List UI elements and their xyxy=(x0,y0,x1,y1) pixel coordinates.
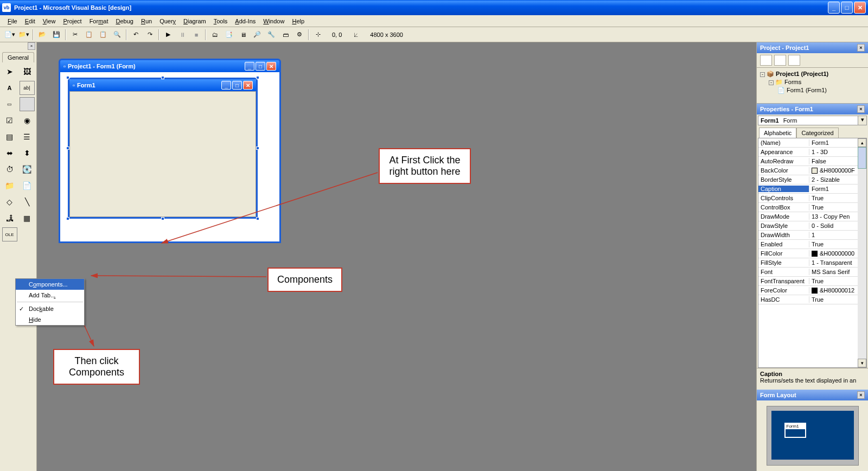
menu-diagram[interactable]: Diagram xyxy=(180,17,209,26)
start-button[interactable]: ▶ xyxy=(162,28,175,41)
toggle-folders-button[interactable] xyxy=(788,55,800,66)
frame-tool[interactable]: ▭ xyxy=(2,97,17,111)
timer-tool[interactable]: ⏱ xyxy=(2,162,17,176)
textbox-tool[interactable]: ab| xyxy=(20,81,35,95)
form1-design-surface[interactable]: ▫ Form1 _ □ ✕ xyxy=(68,78,258,219)
menu-tools[interactable]: Tools xyxy=(210,17,231,26)
project-root-node[interactable]: Project1 (Project1) xyxy=(776,71,828,77)
checkbox-tool[interactable]: ☑ xyxy=(2,113,17,128)
menu-debug[interactable]: Debug xyxy=(112,17,136,26)
component-manager-button[interactable]: ⚙ xyxy=(293,28,306,41)
prop-row-forecolor[interactable]: ForeColor&H80000012 xyxy=(758,286,866,295)
view-object-button[interactable] xyxy=(774,55,786,66)
form-node[interactable]: Form1 (Form1) xyxy=(787,87,827,93)
commandbutton-tool[interactable] xyxy=(20,97,35,111)
image-tool[interactable]: 🏞 xyxy=(2,211,17,225)
prop-row-drawwidth[interactable]: DrawWidth1 xyxy=(758,231,866,240)
menu-query[interactable]: Query xyxy=(156,17,179,26)
form-layout-title[interactable]: Form Layout × xyxy=(757,390,868,400)
menu-file[interactable]: File xyxy=(4,17,21,26)
object-browser-button[interactable]: 🔎 xyxy=(251,28,264,41)
scroll-thumb[interactable] xyxy=(858,147,866,169)
form1-grid[interactable] xyxy=(69,91,256,217)
scroll-up-button[interactable]: ▴ xyxy=(858,138,866,147)
project-tree[interactable]: -📦 Project1 (Project1) -📁 Forms 📄 Form1 … xyxy=(757,68,868,104)
menu-format[interactable]: Format xyxy=(86,17,112,26)
menu-view[interactable]: View xyxy=(40,17,59,26)
prop-row-fillstyle[interactable]: FillStyle1 - Transparent xyxy=(758,258,866,268)
resize-handle[interactable] xyxy=(66,217,69,220)
toolbox-close-button[interactable]: × xyxy=(28,42,35,50)
picturebox-tool[interactable]: 🖼 xyxy=(20,65,35,79)
prop-row-backcolor[interactable]: BackColor&H8000000F xyxy=(758,166,866,175)
hscrollbar-tool[interactable]: ⬌ xyxy=(2,146,17,160)
menu-window[interactable]: Window xyxy=(260,17,288,26)
end-button[interactable]: ■ xyxy=(190,28,203,41)
resize-handle[interactable] xyxy=(256,76,259,79)
project-panel-close[interactable]: × xyxy=(857,44,865,52)
prop-tab-alphabetic[interactable]: Alphabetic xyxy=(759,128,796,138)
menu-run[interactable]: Run xyxy=(138,17,155,26)
project-explorer-button[interactable]: 🗂 xyxy=(208,28,221,41)
shape-tool[interactable]: ◇ xyxy=(2,195,17,209)
ctx-dockable[interactable]: ✓Dockable xyxy=(16,303,84,314)
cut-button[interactable]: ✂ xyxy=(68,28,81,41)
prop-row-autoredraw[interactable]: AutoRedrawFalse xyxy=(758,157,866,166)
menu-edit[interactable]: Edit xyxy=(22,17,39,26)
data-tool[interactable]: ▦ xyxy=(20,211,35,225)
prop-row-controlbox[interactable]: ControlBoxTrue xyxy=(758,203,866,212)
minimize-button[interactable]: _ xyxy=(828,2,840,14)
properties-grid[interactable]: (Name)Form1Appearance1 - 3DAutoRedrawFal… xyxy=(758,138,867,368)
prop-row-caption[interactable]: CaptionForm1 xyxy=(758,184,866,194)
label-tool[interactable]: A xyxy=(2,81,17,95)
mdi-client-area[interactable]: ▫ Project1 - Form1 (Form) _ □ ✕ ▫ Form1 xyxy=(37,42,756,471)
vscrollbar-tool[interactable]: ⬍ xyxy=(20,146,35,160)
object-selector[interactable]: Form1 Form ▾ xyxy=(758,116,867,125)
add-project-dropdown[interactable]: 📁▾ xyxy=(17,28,30,41)
add-form-dropdown[interactable]: 📄▾ xyxy=(3,28,16,41)
designer-titlebar[interactable]: ▫ Project1 - Form1 (Form) _ □ ✕ xyxy=(60,60,279,72)
drivelistbox-tool[interactable]: 💽 xyxy=(20,162,35,176)
properties-scrollbar[interactable]: ▴ ▾ xyxy=(858,138,866,367)
listbox-tool[interactable]: ☰ xyxy=(20,130,35,144)
undo-button[interactable]: ↶ xyxy=(129,28,142,41)
combobox-tool[interactable]: ▤ xyxy=(2,130,17,144)
toolbox-button[interactable]: 🔧 xyxy=(265,28,278,41)
prop-row-borderstyle[interactable]: BorderStyle2 - Sizable xyxy=(758,175,866,184)
designer-close[interactable]: ✕ xyxy=(266,62,276,71)
save-button[interactable]: 💾 xyxy=(50,28,63,41)
resize-handle[interactable] xyxy=(161,217,164,220)
data-view-button[interactable]: 🗃 xyxy=(279,28,292,41)
properties-panel-close[interactable]: × xyxy=(857,105,865,113)
scroll-down-button[interactable]: ▾ xyxy=(858,359,866,367)
ctx-addtab[interactable]: Add Tab... xyxy=(16,290,84,301)
form-layout-button[interactable]: 🖥 xyxy=(237,28,250,41)
form-layout-body[interactable]: Form1 xyxy=(757,400,868,471)
toolbox-general-tab[interactable]: General xyxy=(2,52,34,62)
form-layout-form[interactable]: Form1 xyxy=(784,423,806,438)
break-button[interactable]: ⏸ xyxy=(176,28,189,41)
view-code-button[interactable] xyxy=(760,55,772,66)
ole-tool[interactable]: OLE xyxy=(2,227,17,241)
filelistbox-tool[interactable]: 📄 xyxy=(20,179,35,193)
resize-handle[interactable] xyxy=(256,147,259,150)
object-selector-dropdown[interactable]: ▾ xyxy=(858,116,866,125)
menu-help[interactable]: Help xyxy=(289,17,308,26)
form-designer-window[interactable]: ▫ Project1 - Form1 (Form) _ □ ✕ ▫ Form1 xyxy=(59,59,281,243)
maximize-button[interactable]: □ xyxy=(841,2,853,14)
prop-row-font[interactable]: FontMS Sans Serif xyxy=(758,268,866,277)
prop-row-enabled[interactable]: EnabledTrue xyxy=(758,240,866,249)
pointer-tool[interactable]: ➤ xyxy=(2,65,17,79)
properties-panel-title[interactable]: Properties - Form1 × xyxy=(757,104,868,114)
prop-row-fonttransparent[interactable]: FontTransparentTrue xyxy=(758,277,866,286)
resize-handle[interactable] xyxy=(161,76,164,79)
menu-add-ins[interactable]: Add-Ins xyxy=(232,17,259,26)
prop-row-name[interactable]: (Name)Form1 xyxy=(758,138,866,148)
designer-minimize[interactable]: _ xyxy=(245,62,254,71)
ctx-components[interactable]: Components... xyxy=(16,279,84,290)
resize-handle[interactable] xyxy=(66,147,69,150)
dirlistbox-tool[interactable]: 📁 xyxy=(2,179,17,193)
prop-tab-categorized[interactable]: Categorized xyxy=(796,128,838,138)
prop-row-clipcontrols[interactable]: ClipControlsTrue xyxy=(758,194,866,203)
ctx-hide[interactable]: Hide xyxy=(16,314,84,325)
